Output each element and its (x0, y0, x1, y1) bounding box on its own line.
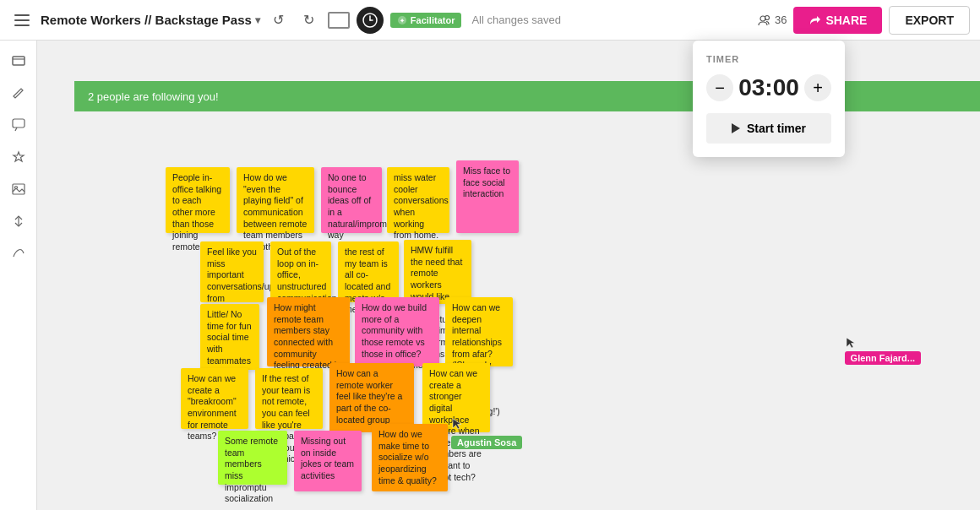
sidebar-toggle-btn[interactable] (10, 8, 34, 32)
sticky-note[interactable]: If the rest of your team is not remote, … (255, 368, 323, 429)
sidebar-home-icon[interactable] (5, 47, 32, 74)
left-sidebar (0, 41, 37, 510)
sticky-note[interactable]: Feel like you miss important conversatio… (200, 241, 264, 302)
sticky-note[interactable]: How can a remote worker feel like they'r… (329, 363, 414, 432)
sticky-note[interactable]: People in-office talking to each other m… (166, 167, 230, 233)
save-status: All changes saved (471, 14, 561, 26)
timer-minus-btn[interactable]: − (706, 74, 733, 101)
start-timer-label: Start timer (747, 122, 806, 135)
svg-text:✦: ✦ (400, 18, 405, 24)
svg-rect-0 (14, 14, 30, 16)
timer-display: 03:00 (738, 74, 799, 101)
timer-controls: − 03:00 + (706, 74, 831, 101)
notification-text: 2 people are following you! (88, 90, 219, 103)
export-button[interactable]: EXPORT (889, 6, 970, 35)
sticky-note[interactable]: How can we deepen internal relationships… (445, 297, 513, 366)
undo-btn[interactable]: ↺ (267, 8, 291, 32)
timer-plus-btn[interactable]: + (804, 74, 831, 101)
sticky-note[interactable]: How might remote team members stay conne… (267, 297, 350, 366)
redo-btn[interactable]: ↻ (297, 8, 321, 32)
svg-rect-1 (14, 19, 30, 21)
chevron-down-icon: ▾ (255, 14, 260, 26)
doc-title[interactable]: Remote Workers // Backstage Pass ▾ (41, 13, 260, 27)
facilitator-badge[interactable]: ✦ Facilitator (390, 13, 462, 28)
sticky-note[interactable]: How can we create a "breakroom" environm… (181, 368, 248, 429)
svg-rect-12 (13, 119, 24, 128)
topbar: Remote Workers // Backstage Pass ▾ ↺ ↻ ✦… (0, 0, 980, 41)
svg-rect-2 (14, 24, 30, 26)
participants-count: 36 (775, 14, 787, 26)
start-timer-button[interactable]: Start timer (706, 113, 831, 144)
participants-btn[interactable]: 36 (758, 14, 787, 27)
export-label: EXPORT (905, 14, 954, 27)
sticky-note[interactable]: How do we make time to socialize w/o jeo… (372, 424, 448, 491)
share-button[interactable]: SHARE (793, 7, 882, 34)
sticky-note[interactable]: miss water cooler conversations when wor… (387, 167, 449, 233)
sidebar-draw-icon[interactable] (5, 240, 32, 267)
doc-title-text: Remote Workers // Backstage Pass (41, 13, 252, 27)
sticky-note[interactable]: Miss face to face social interaction (456, 160, 519, 233)
sticky-note[interactable]: Little/ No time for fun social time with… (200, 304, 259, 370)
sticky-note[interactable]: No one to bounce ideas off of in a natur… (321, 167, 382, 233)
timer-btn[interactable] (357, 7, 384, 34)
frame-btn[interactable] (328, 12, 350, 29)
sidebar-image-icon[interactable] (5, 176, 32, 203)
cursor-glenn: Glenn Fajard... (845, 336, 921, 415)
cursor-agustin: Agustin Sosa (451, 417, 522, 449)
cursor-agustin-label: Agustin Sosa (451, 436, 522, 449)
sticky-note[interactable]: Some remote team members miss impromptu … (218, 431, 287, 485)
timer-label: TIMER (706, 54, 831, 64)
svg-rect-10 (13, 57, 24, 65)
sidebar-star-icon[interactable] (5, 144, 32, 171)
sidebar-pen-icon[interactable] (5, 79, 32, 106)
sticky-note[interactable]: HMW fulfill the need that remote workers… (404, 240, 471, 304)
cursor-glenn-label: Glenn Fajard... (845, 351, 921, 365)
facilitator-label: Facilitator (411, 15, 455, 25)
svg-rect-13 (13, 184, 24, 194)
share-label: SHARE (825, 14, 867, 27)
sticky-note[interactable]: the rest of my team is all co-located an… (338, 241, 399, 302)
play-icon (732, 123, 740, 133)
sticky-note[interactable]: How do we "even the playing field" of co… (237, 167, 314, 233)
sticky-note[interactable]: How do we build more of a community with… (355, 297, 439, 366)
sticky-note[interactable]: Missing out on inside jokes or team acti… (294, 431, 362, 491)
sidebar-move-icon[interactable] (5, 208, 32, 235)
sidebar-comment-icon[interactable] (5, 111, 32, 138)
sticky-note[interactable]: Out of the loop on in-office, unstructur… (270, 241, 331, 302)
timer-popup: TIMER − 03:00 + Start timer (693, 41, 845, 157)
